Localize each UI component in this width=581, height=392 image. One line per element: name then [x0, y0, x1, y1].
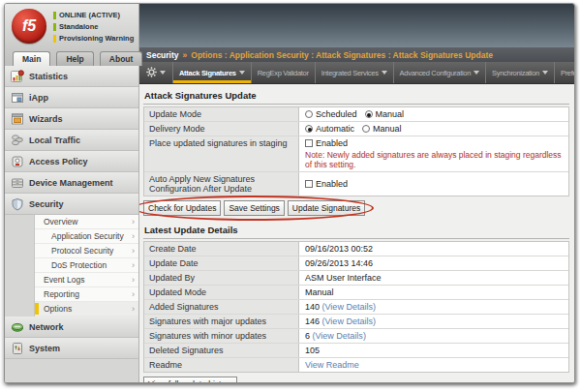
detail-value: 6 (View Details)	[299, 329, 568, 343]
detail-value: View Readme	[299, 358, 568, 372]
radio-automatic[interactable]	[305, 125, 313, 133]
auto-apply-row: Auto Apply New Signatures Configuration …	[144, 172, 568, 196]
view-readme-link[interactable]: View Readme	[305, 360, 359, 370]
sidebar-item-label: Wizards	[29, 114, 62, 124]
nav-tab-label: Main	[22, 54, 41, 64]
save-settings-button[interactable]: Save Settings	[224, 200, 284, 216]
radio-manual[interactable]	[365, 110, 373, 118]
update-mode-controls: Scheduled Manual	[299, 107, 568, 121]
sidebar-item-iapp[interactable]: iApp	[5, 87, 138, 108]
sidebar-subitem-options[interactable]: Options ›	[35, 302, 138, 317]
radio-scheduled[interactable]	[305, 110, 313, 118]
nav-tab-help[interactable]: Help	[56, 51, 93, 66]
delivery-mode-controls: Automatic Manual	[299, 122, 568, 136]
sidebar-item-wizards[interactable]: Wizards	[5, 108, 138, 130]
staging-enabled-checkbox[interactable]	[305, 139, 313, 147]
toolbar-tab-label: RegExp Validator	[258, 69, 309, 77]
sidebar-subitem-protocol-security[interactable]: Protocol Security ›	[35, 244, 138, 258]
sidebar-bottom-items: Network System	[5, 317, 138, 359]
sidebar-item-label: System	[29, 344, 60, 353]
detail-label: Added Signatures	[144, 300, 299, 314]
sidebar-subitem-label: Protocol Security	[51, 246, 113, 256]
settings-section-title: Attack Signatures Update	[143, 88, 569, 105]
radio-label-delivery-manual: Manual	[373, 124, 402, 134]
access-policy-icon	[10, 155, 24, 168]
sidebar-subitem-label: Reporting	[44, 289, 79, 299]
sidebar-item-local-traffic[interactable]: Local Traffic	[5, 130, 138, 151]
view-details-link[interactable]: View Details	[316, 331, 363, 341]
paren: )	[373, 317, 376, 326]
detail-row-create-date: Create Date 09/16/2013 00:52	[144, 242, 568, 256]
dropdown-arrow-icon	[542, 71, 548, 75]
view-details-link[interactable]: View Details	[325, 317, 373, 326]
toolbar-tab-synchronization[interactable]: Synchronization	[486, 62, 555, 83]
auto-apply-controls: Enabled	[299, 172, 568, 196]
detail-label: Updated Mode	[144, 286, 299, 299]
nav-tab-main[interactable]: Main	[13, 51, 50, 66]
device-management-icon	[10, 176, 24, 190]
detail-label: Updated By	[144, 271, 299, 285]
sidebar-item-label: Device Management	[29, 178, 113, 188]
security-icon	[10, 197, 24, 211]
dropdown-arrow-icon	[382, 71, 387, 75]
detail-row-updated-mode: Updated Mode Manual	[144, 286, 568, 300]
wizards-icon	[10, 112, 24, 126]
view-details-link[interactable]: View Details	[325, 302, 373, 312]
sidebar-subitem-label: Event Logs	[44, 275, 85, 285]
update-signatures-button[interactable]: Update Signatures	[288, 200, 365, 216]
sidebar-item-statistics[interactable]: Statistics	[5, 66, 138, 87]
dropdown-arrow-icon	[239, 71, 245, 75]
toolbar-tab-regexp-validator[interactable]: RegExp Validator	[252, 62, 316, 83]
sidebar-subitem-reporting[interactable]: Reporting ›	[35, 287, 138, 302]
radio-delivery-manual[interactable]	[362, 125, 370, 133]
sidebar-item-label: Security	[29, 199, 64, 209]
breadcrumb-section[interactable]: Security	[146, 50, 179, 60]
sidebar-subitem-dos-protection[interactable]: DoS Protection ›	[35, 258, 138, 273]
radio-label-automatic: Automatic	[316, 124, 354, 134]
setting-label: Delivery Mode	[144, 122, 299, 136]
staging-row: Place updated signatures in staging Enab…	[144, 136, 568, 172]
toolbar-tab-label: Attack Signatures	[179, 69, 236, 77]
detail-row-signatures-with-minor-updates: Signatures with minor updates 6 (View De…	[144, 329, 568, 344]
sidebar-item-system[interactable]: System	[5, 338, 138, 359]
sidebar-subitem-label: Application Security	[51, 231, 124, 241]
active-indicator	[35, 303, 39, 315]
chevron-right-icon: ›	[132, 261, 135, 270]
detail-value: 146 (View Details)	[299, 315, 568, 328]
device-status: ONLINE (ACTIVE) Standalone Provisioning …	[53, 11, 134, 45]
sidebar-subitem-application-security[interactable]: Application Security ›	[35, 229, 138, 244]
toolbar-tab-preferences[interactable]: Preferences	[555, 62, 574, 83]
setting-label: Place updated signatures in staging	[144, 136, 299, 171]
detail-row-added-signatures: Added Signatures 140 (View Details)	[144, 300, 568, 315]
detail-value-text: Manual	[305, 287, 334, 297]
check-for-updates-button[interactable]: Check for Updates	[143, 200, 221, 216]
nav-tab-about[interactable]: About	[100, 51, 143, 66]
top-banner	[139, 4, 574, 47]
toolbar-tab-label: Preferences	[561, 69, 574, 77]
sidebar-subitem-label: DoS Protection	[51, 260, 107, 270]
detail-value-text: 146	[305, 317, 320, 326]
chevron-right-icon: ›	[132, 305, 135, 314]
breadcrumb-path[interactable]: Options : Application Security : Attack …	[191, 50, 493, 60]
sidebar-item-device-management[interactable]: Device Management	[5, 172, 138, 194]
security-toolbar: Attack Signatures RegExp Validator Integ…	[139, 62, 574, 84]
checkbox-label: Enabled	[316, 138, 348, 148]
sidebar-subitem-event-logs[interactable]: Event Logs ›	[35, 273, 138, 287]
toolbar-tab-advanced-configuration[interactable]: Advanced Configuration	[394, 62, 486, 83]
detail-value-text: ASM User Interface	[305, 273, 382, 283]
toolbar-tab-attack-signatures[interactable]: Attack Signatures	[173, 62, 252, 83]
status-label: Standalone	[59, 22, 98, 31]
settings-table: Update Mode Scheduled Manual Delivery Mo…	[143, 106, 569, 196]
sidebar-subitem-overview[interactable]: Overview ›	[35, 215, 138, 229]
sidebar-item-network[interactable]: Network	[5, 317, 138, 338]
radio-label-manual: Manual	[376, 109, 405, 119]
sidebar-item-security[interactable]: Security	[5, 194, 138, 215]
detail-row-deleted-signatures: Deleted Signatures 105	[144, 344, 568, 358]
setting-label: Update Mode	[144, 107, 299, 121]
toolbar-gear-button[interactable]	[139, 62, 173, 83]
toolbar-tab-label: Synchronization	[492, 69, 539, 77]
auto-apply-enabled-checkbox[interactable]	[305, 180, 313, 188]
toolbar-tab-integrated-services[interactable]: Integrated Services	[316, 62, 394, 83]
sidebar-item-access-policy[interactable]: Access Policy	[5, 151, 138, 172]
view-full-update-history-button[interactable]: View full update history	[143, 377, 237, 382]
